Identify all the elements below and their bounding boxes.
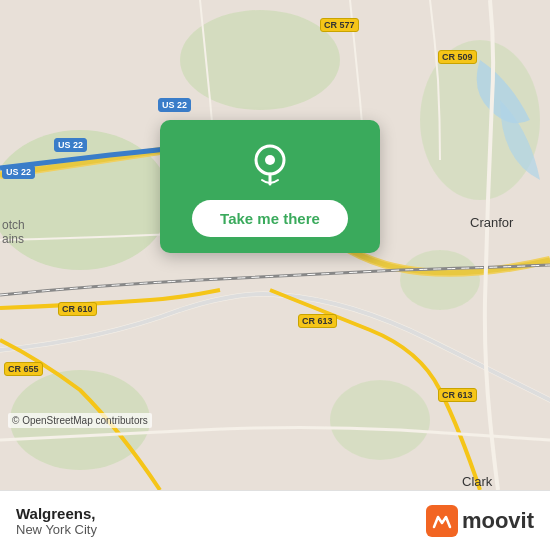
road-label-cr613b: CR 613 (438, 388, 477, 402)
svg-point-4 (400, 250, 480, 310)
osm-attribution: © OpenStreetMap contributors (8, 413, 152, 428)
place-label-cranford: Cranfor (470, 215, 513, 230)
moovit-logo: moovit (426, 505, 534, 537)
road-label-cr577: CR 577 (320, 18, 359, 32)
svg-point-2 (180, 10, 340, 110)
road-label-us22b: US 22 (54, 138, 87, 152)
bottom-bar: Walgreens, New York City moovit (0, 490, 550, 550)
map-container: CR 577 CR 509 US 22 US 22 US 22 CR 610 C… (0, 0, 550, 490)
road-label-us22a: US 22 (158, 98, 191, 112)
take-me-there-button[interactable]: Take me there (192, 200, 348, 237)
location-pin-icon (246, 140, 294, 188)
road-label-cr610: CR 610 (58, 302, 97, 316)
location-city: New York City (16, 522, 97, 537)
location-info: Walgreens, New York City (16, 505, 97, 537)
svg-point-8 (265, 155, 275, 165)
place-label-scotch-plains: otchains (2, 218, 25, 246)
moovit-icon (426, 505, 458, 537)
location-name: Walgreens, (16, 505, 97, 522)
svg-point-6 (330, 380, 430, 460)
action-card: Take me there (160, 120, 380, 253)
road-label-us22c: US 22 (2, 165, 35, 179)
road-label-cr509: CR 509 (438, 50, 477, 64)
moovit-text: moovit (462, 508, 534, 534)
road-label-cr655: CR 655 (4, 362, 43, 376)
place-label-clark: Clark (462, 474, 492, 489)
road-label-cr613a: CR 613 (298, 314, 337, 328)
